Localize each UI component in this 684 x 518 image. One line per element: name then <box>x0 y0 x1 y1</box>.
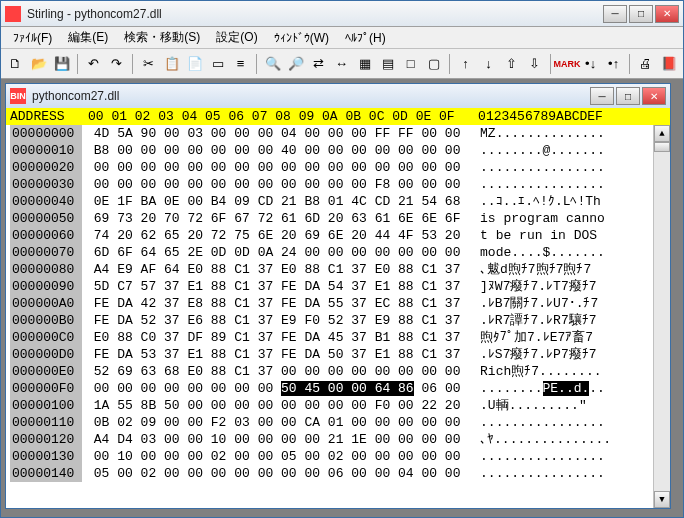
hex-row[interactable]: 00000090 5D C7 57 37 E1 88 C1 37 FE DA 5… <box>10 278 666 295</box>
hex-row[interactable]: 00000040 0E 1F BA 0E 00 B4 09 CD 21 B8 0… <box>10 193 666 210</box>
ascii-cell[interactable]: ........@....... <box>460 142 604 159</box>
hex-row[interactable]: 000000F0 00 00 00 00 00 00 00 00 50 45 0… <box>10 380 666 397</box>
bytes-cell[interactable]: 00 10 00 00 00 02 00 00 05 00 02 00 00 0… <box>82 448 460 465</box>
tool-icon[interactable]: ▢ <box>423 53 444 75</box>
hex-row[interactable]: 00000080 A4 E9 AF 64 E0 88 C1 37 E0 88 C… <box>10 261 666 278</box>
mdi-close-button[interactable]: ✕ <box>642 87 666 105</box>
tool-icon[interactable]: ▤ <box>377 53 398 75</box>
replace-icon[interactable]: ⇄ <box>308 53 329 75</box>
new-icon[interactable]: 🗋 <box>5 53 26 75</box>
mdi-maximize-button[interactable]: □ <box>616 87 640 105</box>
minimize-button[interactable]: ─ <box>603 5 627 23</box>
undo-icon[interactable]: ↶ <box>83 53 104 75</box>
tool-icon[interactable]: □ <box>400 53 421 75</box>
ascii-cell[interactable]: ................ <box>460 159 604 176</box>
bytes-cell[interactable]: 0B 02 09 00 00 F2 03 00 00 CA 01 00 00 0… <box>82 414 460 431</box>
ascii-cell[interactable]: .ﾚS7癈ﾁ7.ﾚP7癈ﾁ7 <box>460 346 596 363</box>
open-icon[interactable]: 📂 <box>28 53 49 75</box>
ascii-cell[interactable]: .U輌........." <box>460 397 594 414</box>
ascii-cell[interactable]: ､ﾔ............... <box>460 431 611 448</box>
hex-row[interactable]: 00000110 0B 02 09 00 00 F2 03 00 00 CA 0… <box>10 414 666 431</box>
save-icon[interactable]: 💾 <box>51 53 72 75</box>
hex-row[interactable]: 000000B0 FE DA 52 37 E6 88 C1 37 E9 F0 5… <box>10 312 666 329</box>
ascii-cell[interactable]: ､魃d煦ﾁ7煦ﾁ7煦ﾁ7 <box>460 261 591 278</box>
hex-row[interactable]: 00000000 4D 5A 90 00 03 00 00 00 04 00 0… <box>10 125 666 142</box>
ascii-cell[interactable]: .ﾚB7關ﾁ7.ﾚU7･.ﾁ7 <box>460 295 598 312</box>
hex-row[interactable]: 00000100 1A 55 8B 50 00 00 00 00 00 00 0… <box>10 397 666 414</box>
ascii-cell[interactable]: mode....$....... <box>460 244 604 261</box>
paste-icon[interactable]: 📄 <box>184 53 205 75</box>
menu-settings[interactable]: 設定(O) <box>208 27 265 48</box>
vertical-scrollbar[interactable]: ▲ ▼ <box>653 125 670 508</box>
ascii-cell[interactable]: ................ <box>460 448 604 465</box>
bytes-cell[interactable]: E0 88 C0 37 DF 89 C1 37 FE DA 45 37 B1 8… <box>82 329 460 346</box>
dot-down-icon[interactable]: •↓ <box>580 53 601 75</box>
ascii-cell[interactable]: Rich煦ﾁ7........ <box>460 363 601 380</box>
mark-icon[interactable]: MARK <box>556 53 578 75</box>
maximize-button[interactable]: □ <box>629 5 653 23</box>
arrow-up-icon[interactable]: ↑ <box>455 53 476 75</box>
ascii-cell[interactable]: ..ｺ..ｴ.ﾍ!ｸ.Lﾍ!Th <box>460 193 600 210</box>
hex-row[interactable]: 000000C0 E0 88 C0 37 DF 89 C1 37 FE DA 4… <box>10 329 666 346</box>
arrow-down2-icon[interactable]: ⇩ <box>524 53 545 75</box>
ascii-cell[interactable]: ................ <box>460 465 604 482</box>
tool-icon[interactable]: ▦ <box>354 53 375 75</box>
find-next-icon[interactable]: 🔎 <box>285 53 306 75</box>
hex-row[interactable]: 000000A0 FE DA 42 37 E8 88 C1 37 FE DA 5… <box>10 295 666 312</box>
redo-icon[interactable]: ↷ <box>106 53 127 75</box>
bytes-cell[interactable]: 5D C7 57 37 E1 88 C1 37 FE DA 54 37 E1 8… <box>82 278 460 295</box>
menu-file[interactable]: ﾌｧｲﾙ(F) <box>5 29 60 47</box>
copy-icon[interactable]: 📋 <box>161 53 182 75</box>
hex-row[interactable]: 00000030 00 00 00 00 00 00 00 00 00 00 0… <box>10 176 666 193</box>
find-icon[interactable]: 🔍 <box>262 53 283 75</box>
bytes-cell[interactable]: 69 73 20 70 72 6F 67 72 61 6D 20 63 61 6… <box>82 210 460 227</box>
ascii-cell[interactable]: MZ.............. <box>460 125 604 142</box>
mdi-titlebar[interactable]: BIN pythoncom27.dll ─ □ ✕ <box>6 84 670 108</box>
ascii-cell[interactable]: ........PE..d... <box>460 380 604 397</box>
menu-help[interactable]: ﾍﾙﾌﾟ(H) <box>337 29 394 47</box>
bytes-cell[interactable]: FE DA 42 37 E8 88 C1 37 FE DA 55 37 EC 8… <box>82 295 460 312</box>
hex-row[interactable]: 000000D0 FE DA 53 37 E1 88 C1 37 FE DA 5… <box>10 346 666 363</box>
bytes-cell[interactable]: 00 00 00 00 00 00 00 00 00 00 00 00 00 0… <box>82 159 460 176</box>
hex-row[interactable]: 00000050 69 73 20 70 72 6F 67 72 61 6D 2… <box>10 210 666 227</box>
scroll-down-icon[interactable]: ▼ <box>654 491 670 508</box>
ascii-cell[interactable]: is program canno <box>460 210 604 227</box>
selection-ascii[interactable]: PE..d. <box>543 381 590 396</box>
bytes-cell[interactable]: 0E 1F BA 0E 00 B4 09 CD 21 B8 01 4C CD 2… <box>82 193 460 210</box>
ascii-cell[interactable]: 煦ﾀ7ﾟ加7.ﾚE7ｱ畜7 <box>460 329 593 346</box>
mdi-minimize-button[interactable]: ─ <box>590 87 614 105</box>
bytes-cell[interactable]: FE DA 53 37 E1 88 C1 37 FE DA 50 37 E1 8… <box>82 346 460 363</box>
scroll-thumb[interactable] <box>654 142 670 152</box>
hex-row[interactable]: 00000070 6D 6F 64 65 2E 0D 0D 0A 24 00 0… <box>10 244 666 261</box>
bytes-cell[interactable]: A4 E9 AF 64 E0 88 C1 37 E0 88 C1 37 E0 8… <box>82 261 460 278</box>
bytes-cell[interactable]: 4D 5A 90 00 03 00 00 00 04 00 00 00 FF F… <box>82 125 460 142</box>
goto-icon[interactable]: ↔ <box>331 53 352 75</box>
close-button[interactable]: ✕ <box>655 5 679 23</box>
hex-view[interactable]: ADDRESS 00 01 02 03 04 05 06 07 08 09 0A… <box>6 108 670 508</box>
tool-icon[interactable]: ▭ <box>207 53 228 75</box>
main-titlebar[interactable]: Stirling - pythoncom27.dll ─ □ ✕ <box>1 1 683 27</box>
hex-row[interactable]: 00000130 00 10 00 00 00 02 00 00 05 00 0… <box>10 448 666 465</box>
bytes-cell[interactable]: 00 00 00 00 00 00 00 00 50 45 00 00 64 8… <box>82 380 460 397</box>
hex-row[interactable]: 00000020 00 00 00 00 00 00 00 00 00 00 0… <box>10 159 666 176</box>
arrow-down-icon[interactable]: ↓ <box>478 53 499 75</box>
ascii-cell[interactable]: ]ﾇW7癈ﾁ7.ﾚT7癈ﾁ7 <box>460 278 596 295</box>
ascii-cell[interactable]: t be run in DOS <box>460 227 604 244</box>
bytes-cell[interactable]: FE DA 52 37 E6 88 C1 37 E9 F0 52 37 E9 8… <box>82 312 460 329</box>
book-icon[interactable]: 📕 <box>658 53 679 75</box>
menu-edit[interactable]: 編集(E) <box>60 27 116 48</box>
hex-row[interactable]: 00000140 05 00 02 00 00 00 00 00 00 00 0… <box>10 465 666 482</box>
bytes-cell[interactable]: B8 00 00 00 00 00 00 00 40 00 00 00 00 0… <box>82 142 460 159</box>
ascii-cell[interactable]: .ﾚR7譚ﾁ7.ﾚR7驤ﾁ7 <box>460 312 596 329</box>
bytes-cell[interactable]: 52 69 63 68 E0 88 C1 37 00 00 00 00 00 0… <box>82 363 460 380</box>
ascii-cell[interactable]: ................ <box>460 176 604 193</box>
arrow-up2-icon[interactable]: ⇧ <box>501 53 522 75</box>
hex-row[interactable]: 00000060 74 20 62 65 20 72 75 6E 20 69 6… <box>10 227 666 244</box>
bytes-cell[interactable]: 05 00 02 00 00 00 00 00 00 00 06 00 00 0… <box>82 465 460 482</box>
menu-window[interactable]: ｳｨﾝﾄﾞｳ(W) <box>266 29 337 47</box>
menu-search[interactable]: 検索・移動(S) <box>116 27 208 48</box>
selection[interactable]: 50 45 00 00 64 86 <box>281 381 414 396</box>
hex-row[interactable]: 00000120 A4 D4 03 00 00 10 00 00 00 00 2… <box>10 431 666 448</box>
print-icon[interactable]: 🖨 <box>635 53 656 75</box>
bytes-cell[interactable]: 00 00 00 00 00 00 00 00 00 00 00 00 F8 0… <box>82 176 460 193</box>
